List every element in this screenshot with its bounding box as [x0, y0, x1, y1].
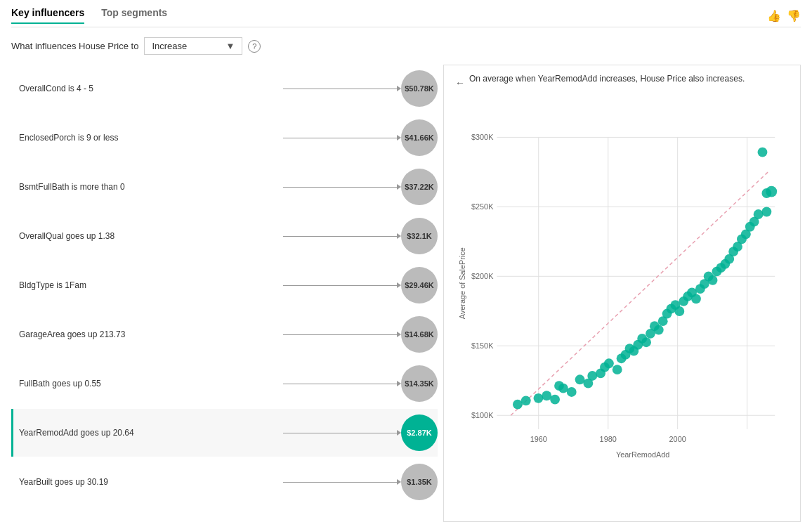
influencer-label-6: FullBath goes up 0.55 [19, 379, 283, 388]
scatter-dot-14 [613, 365, 622, 374]
influencer-bar-8: $1.35K [283, 464, 438, 500]
scatter-dot-13 [604, 358, 614, 368]
scatter-dot-6 [558, 384, 568, 393]
influencers-panel: OverallCond is 4 - 5$50.78KEnclosedPorch… [11, 65, 443, 522]
influencer-item-5[interactable]: GarageArea goes up 213.73$14.68K [11, 311, 438, 358]
scatter-dot-3 [542, 391, 551, 400]
scatter-dots-group [513, 148, 771, 410]
influencer-bar-4: $29.46K [283, 267, 438, 303]
thumbs-up-button[interactable]: 👍 [767, 9, 781, 22]
filter-dropdown[interactable]: Increase ▼ [144, 37, 242, 55]
bubble-0: $50.78K [401, 70, 438, 107]
influencer-bar-6: $14.35K [283, 365, 438, 402]
bar-line-7 [283, 433, 398, 433]
bubble-4: $29.46K [401, 267, 438, 303]
influencer-bar-2: $37.22K [283, 169, 438, 205]
influencer-label-3: OverallQual goes up 1.38 [19, 231, 283, 241]
influencer-label-5: GarageArea goes up 213.73 [19, 329, 283, 339]
scatter-svg: $300K $250K $200K $150K $100K 1960 1980 … [455, 100, 789, 494]
main-content: OverallCond is 4 - 5$50.78KEnclosedPorch… [11, 65, 801, 522]
x-axis-label: YearRemodAdd [616, 450, 669, 459]
x-tick-1980: 1980 [600, 435, 617, 443]
help-icon[interactable]: ? [248, 40, 261, 53]
bubble-8: $1.35K [401, 464, 438, 500]
influencer-label-8: YearBuilt goes up 30.19 [19, 477, 283, 487]
bar-line-5 [283, 334, 398, 335]
y-tick-100k: $100K [471, 411, 494, 419]
bar-line-3 [283, 236, 398, 237]
influencer-item-7[interactable]: YearRemodAdd goes up 20.64$2.87K [11, 409, 438, 457]
scatter-dot-2 [534, 393, 544, 403]
bar-line-8 [283, 482, 398, 483]
tabs-bar: Key influencers Top segments 👍 👎 [11, 7, 801, 27]
chart-back-button[interactable]: ← On average when YearRemodAdd increases… [455, 74, 789, 92]
back-arrow-icon: ← [455, 77, 465, 89]
tabs-right: 👍 👎 [767, 9, 801, 22]
y-tick-300k: $300K [471, 133, 494, 141]
bubble-5: $14.68K [401, 316, 438, 353]
scatter-dot-29 [674, 306, 684, 316]
scatter-dot-51 [761, 207, 771, 217]
influencer-label-7: YearRemodAdd goes up 20.64 [19, 428, 283, 438]
scatter-dot-0 [513, 400, 523, 410]
influencer-item-3[interactable]: OverallQual goes up 1.38$32.1K [11, 212, 438, 260]
thumbs-down-button[interactable]: 👎 [787, 9, 801, 22]
bubble-1: $41.66K [401, 119, 438, 156]
svg-point-10 [766, 186, 777, 197]
x-tick-2000: 2000 [669, 435, 686, 443]
y-tick-200k: $200K [471, 272, 494, 280]
scatter-dot-33 [691, 294, 701, 303]
dropdown-arrow-icon: ▼ [226, 41, 235, 51]
bar-line-1 [283, 138, 398, 138]
bar-line-2 [283, 187, 398, 188]
influencer-item-1[interactable]: EnclosedPorch is 9 or less$41.66K [11, 114, 438, 162]
bubble-2: $37.22K [401, 169, 438, 205]
bar-line-6 [283, 384, 398, 384]
scatter-dot-37 [708, 275, 718, 285]
scatter-dot-10 [587, 371, 597, 381]
tabs-left: Key influencers Top segments [11, 7, 167, 24]
bubble-6: $14.35K [401, 365, 438, 402]
chart-panel: ← On average when YearRemodAdd increases… [443, 65, 801, 522]
tab-top-segments[interactable]: Top segments [101, 7, 167, 24]
y-tick-250k: $250K [471, 202, 494, 211]
influencer-item-4[interactable]: BldgType is 1Fam$29.46K [11, 261, 438, 309]
scatter-dot-1 [521, 396, 531, 405]
influencer-item-6[interactable]: FullBath goes up 0.55$14.35K [11, 360, 438, 407]
svg-line-9 [511, 172, 768, 415]
influencer-bar-7: $2.87K [283, 414, 438, 451]
y-tick-150k: $150K [471, 341, 494, 350]
scatter-dot-8 [575, 374, 585, 384]
scatter-dot-48 [754, 209, 764, 219]
scatter-dot-24 [654, 325, 664, 335]
bar-line-4 [283, 285, 398, 286]
tab-key-influencers[interactable]: Key influencers [11, 7, 84, 24]
filter-label: What influences House Price to [11, 41, 138, 51]
bubble-3: $32.1K [401, 218, 438, 254]
filter-value: Increase [152, 41, 187, 51]
scatter-plot: $300K $250K $200K $150K $100K 1960 1980 … [455, 100, 789, 494]
bar-line-0 [283, 89, 398, 89]
influencer-bar-0: $50.78K [283, 70, 438, 107]
influencer-item-0[interactable]: OverallCond is 4 - 5$50.78K [11, 65, 438, 112]
influencer-item-8[interactable]: YearBuilt goes up 30.19$1.35K [11, 458, 438, 506]
influencer-label-4: BldgType is 1Fam [19, 280, 283, 290]
scatter-dot-4 [550, 395, 560, 405]
bubble-7: $2.87K [401, 414, 438, 451]
influencer-label-1: EnclosedPorch is 9 or less [19, 133, 283, 143]
influencer-bar-1: $41.66K [283, 119, 438, 156]
scatter-dot-49 [758, 148, 768, 157]
scatter-dot-21 [641, 337, 651, 347]
influencer-label-2: BsmtFullBath is more than 0 [19, 182, 283, 192]
influencer-item-2[interactable]: BsmtFullBath is more than 0$37.22K [11, 163, 438, 211]
scatter-dot-7 [567, 387, 577, 397]
y-axis-label: Average of SalePrice [458, 247, 466, 319]
x-tick-1960: 1960 [530, 435, 547, 443]
filter-row: What influences House Price to Increase … [11, 37, 801, 55]
chart-description: On average when YearRemodAdd increases, … [469, 74, 745, 84]
influencer-label-0: OverallCond is 4 - 5 [19, 84, 283, 93]
influencer-bar-3: $32.1K [283, 218, 438, 254]
influencer-bar-5: $14.68K [283, 316, 438, 353]
